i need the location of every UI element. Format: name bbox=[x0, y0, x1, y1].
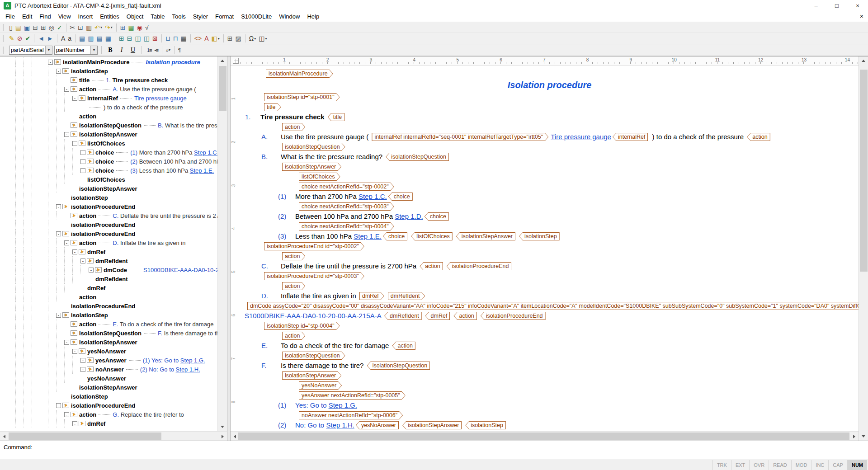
tree-expand-icon[interactable]: - bbox=[89, 268, 94, 273]
editor-line[interactable]: action bbox=[241, 122, 859, 132]
table-properties-icon[interactable]: ▦ bbox=[180, 34, 188, 43]
undo-icon[interactable]: ↶▾ bbox=[94, 23, 103, 32]
xml-tag-end-isolationProcedureEnd[interactable]: isolationProcedureEnd bbox=[481, 312, 546, 320]
tree-row[interactable]: -isolationStep bbox=[0, 66, 217, 75]
xml-tag-end-dmRef[interactable]: dmRef bbox=[425, 312, 450, 320]
tree-expand-icon[interactable]: - bbox=[72, 96, 77, 101]
doc-link[interactable]: Step 1.D. bbox=[395, 212, 423, 220]
show-tags-icon[interactable]: <> bbox=[193, 34, 203, 43]
tree-row[interactable]: -isolationStepAnswer bbox=[0, 130, 217, 139]
chevron-down-icon[interactable]: ▼ bbox=[45, 46, 52, 54]
editor-line[interactable]: action bbox=[241, 281, 859, 291]
tree-row[interactable]: dmRef bbox=[0, 283, 217, 292]
menu-insert[interactable]: Insert bbox=[75, 12, 97, 21]
tree-expand-icon[interactable]: - bbox=[80, 168, 85, 173]
paste-icon[interactable]: ▥ bbox=[85, 23, 93, 32]
find-icon[interactable]: ◎ bbox=[48, 23, 55, 32]
xml-tag-end-choice[interactable]: choice bbox=[425, 212, 449, 221]
xml-tag-end-isolationStepQuestion[interactable]: isolationStepQuestion bbox=[386, 153, 449, 161]
editor-line[interactable]: choice nextActionRefId="stp-0002" bbox=[241, 182, 859, 192]
open-icon[interactable]: ▤ bbox=[14, 23, 22, 32]
insert-row-below-icon[interactable]: ⊟ bbox=[126, 34, 133, 43]
xml-tag-end-choice[interactable]: choice bbox=[383, 232, 407, 240]
tree-row[interactable]: isolationStep bbox=[0, 193, 217, 202]
tree-row[interactable]: action bbox=[0, 292, 217, 301]
editor-line[interactable]: (2)Between 100 hPa and 2700 hPa Step 1.D… bbox=[241, 212, 859, 221]
editor-line[interactable]: isolationStepAnswer bbox=[241, 371, 859, 381]
editor-canvas[interactable]: 12345678 isolationMainProcedureIsolation… bbox=[231, 66, 859, 431]
scrollbar-thumb[interactable] bbox=[860, 70, 868, 272]
maximize-button[interactable]: □ bbox=[826, 0, 847, 11]
tree-row[interactable]: -dmRef bbox=[0, 247, 217, 256]
tree-expand-icon[interactable]: - bbox=[64, 87, 69, 92]
editor-line[interactable]: isolationStepQuestion bbox=[241, 351, 859, 361]
xml-tag-start-choice[interactable]: choice nextActionRefId="stp-0004" bbox=[299, 222, 394, 230]
xml-tag-end-internalRef[interactable]: internalRef bbox=[613, 133, 648, 141]
tree-link[interactable]: Step 1.G. bbox=[180, 357, 205, 364]
tree-row[interactable]: isolationStep bbox=[0, 392, 217, 401]
xml-tag-start-yesAnswer[interactable]: yesAnswer nextActionRefId="stp-0005" bbox=[299, 391, 406, 400]
close-button[interactable]: × bbox=[847, 0, 868, 11]
align-justify-icon[interactable]: ▦ bbox=[104, 34, 112, 43]
tree-row[interactable]: -isolationProcedureEnd bbox=[0, 229, 217, 238]
shading-icon[interactable]: ▨ bbox=[234, 34, 242, 43]
tree-row[interactable]: -isolationProcedureEnd bbox=[0, 202, 217, 211]
editor-line[interactable]: isolationMainProcedure bbox=[241, 69, 859, 79]
spellcheck-icon[interactable]: ✓ bbox=[56, 23, 63, 32]
editor-line[interactable]: dmCode assyCode="20" disassyCode="00" di… bbox=[241, 301, 859, 311]
tree-row[interactable]: isolationStepQuestionB. What is the tire… bbox=[0, 121, 217, 130]
fill-color-icon[interactable]: ◧▾ bbox=[210, 34, 220, 43]
delete-markup-icon[interactable]: ⊘ bbox=[16, 34, 24, 43]
tree-vertical-scrollbar[interactable] bbox=[217, 56, 227, 431]
editor-horizontal-scrollbar[interactable] bbox=[231, 431, 859, 441]
xml-tag-start-dmRefIdent[interactable]: dmRefIdent bbox=[388, 292, 425, 300]
xml-tag-end-action[interactable]: action bbox=[420, 262, 443, 270]
xml-tag-start-isolationStep[interactable]: isolationStep id="stp-0001" bbox=[264, 93, 340, 101]
tree-expand-icon[interactable]: - bbox=[64, 412, 69, 417]
tree-row[interactable]: action bbox=[0, 112, 217, 121]
editor-vertical-scrollbar[interactable] bbox=[859, 56, 868, 441]
xml-tag-start-isolationProcedureEnd[interactable]: isolationProcedureEnd id="stp-0002" bbox=[264, 242, 364, 250]
xml-tag-end-isolationStep[interactable]: isolationStep bbox=[519, 232, 560, 240]
editor-line[interactable]: yesAnswer nextActionRefId="stp-0005" bbox=[241, 390, 859, 400]
tree-expand-icon[interactable]: - bbox=[80, 150, 85, 155]
editor-line[interactable]: isolationStepQuestion bbox=[241, 142, 859, 152]
tree-row[interactable]: title1. Tire pressure check bbox=[0, 75, 217, 85]
tree-row[interactable]: -yesAnswer(1) Yes: Go to Step 1.G. bbox=[0, 356, 217, 365]
xml-tag-start-dmRef[interactable]: dmRef bbox=[359, 292, 384, 300]
scroll-right-button[interactable] bbox=[218, 432, 227, 441]
tree-expand-icon[interactable]: - bbox=[56, 231, 61, 236]
editor-line[interactable]: (1)More than 2700 hPa Step 1.C.choice bbox=[241, 192, 859, 202]
xml-tag-end-dmRefIdent[interactable]: dmRefIdent bbox=[384, 312, 422, 320]
menu-table[interactable]: Table bbox=[147, 12, 168, 21]
underline-button[interactable]: U bbox=[128, 46, 138, 55]
editor-line[interactable]: isolationStep id="stp-0001" bbox=[241, 92, 859, 102]
insert-row-above-icon[interactable]: ⊞ bbox=[118, 34, 125, 43]
tree-link[interactable]: Step 1.C. bbox=[194, 149, 217, 156]
redo-icon[interactable]: ↷▾ bbox=[104, 23, 113, 32]
doc-link[interactable]: Step 1.H. bbox=[326, 421, 354, 429]
xml-tag-end-action[interactable]: action bbox=[453, 312, 476, 320]
edit-attributes-icon[interactable]: A bbox=[203, 34, 209, 43]
redo-dropdown-icon[interactable]: ▾ bbox=[111, 25, 113, 29]
tree-row[interactable]: actionE. To do a check of the tire for d… bbox=[0, 320, 217, 329]
xml-tag-end-action[interactable]: action bbox=[392, 342, 415, 350]
validate-icon[interactable]: ✔ bbox=[24, 34, 31, 43]
xml-tag-end-isolationStepAnswer[interactable]: isolationStepAnswer bbox=[456, 232, 515, 240]
tree-row[interactable]: -dmRef bbox=[0, 419, 217, 428]
tree-expand-icon[interactable]: - bbox=[48, 60, 53, 65]
xml-tag-end-yesNoAnswer[interactable]: yesNoAnswer bbox=[356, 421, 399, 429]
tree-row[interactable]: dmRefIdent bbox=[0, 274, 217, 283]
xml-tag-end-listOfChoices[interactable]: listOfChoices bbox=[411, 232, 453, 240]
doc-link[interactable]: Step 1.G. bbox=[329, 401, 357, 409]
menu-file[interactable]: File bbox=[2, 12, 19, 21]
element-combo[interactable]: partNumber▼ bbox=[54, 46, 98, 55]
xml-tag-start-action[interactable]: action bbox=[282, 123, 305, 131]
xml-tag-start-action[interactable]: action bbox=[282, 282, 305, 290]
xml-tag-start-isolationStepAnswer[interactable]: isolationStepAnswer bbox=[282, 371, 341, 380]
tree-expand-icon[interactable]: - bbox=[56, 69, 61, 74]
editor-line[interactable]: choice nextActionRefId="stp-0004" bbox=[241, 221, 859, 231]
xml-tag-start-action[interactable]: action bbox=[282, 332, 305, 340]
tree-row[interactable]: -dmCodeS1000DBIKE-AAA-DA0-10-20-00-AA-21… bbox=[0, 265, 217, 274]
editor-line[interactable]: 1.Tire pressure check title bbox=[241, 112, 859, 122]
